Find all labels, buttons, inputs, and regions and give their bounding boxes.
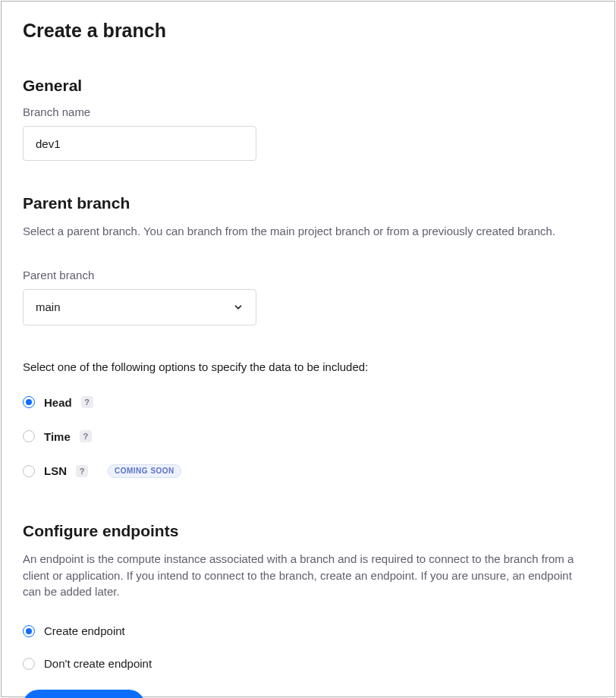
radio-input[interactable] [23, 625, 35, 637]
radio-option-lsn[interactable]: LSN ? COMING SOON [23, 464, 593, 478]
section-general: General Branch name [23, 77, 593, 161]
radio-input[interactable] [23, 430, 35, 442]
parent-branch-select[interactable]: main [23, 289, 256, 325]
endpoints-radio-group: Create endpoint Don't create endpoint [23, 624, 593, 670]
create-branch-panel: Create a branch General Branch name Pare… [1, 1, 615, 697]
radio-option-create-endpoint[interactable]: Create endpoint [23, 624, 593, 637]
page-title: Create a branch [23, 20, 593, 42]
radio-label: Create endpoint [44, 624, 125, 637]
section-parent-branch: Parent branch Select a parent branch. Yo… [23, 194, 593, 499]
radio-input[interactable] [23, 465, 35, 477]
parent-branch-selected-value: main [36, 300, 61, 313]
radio-option-head[interactable]: Head ? [23, 396, 593, 409]
radio-option-dont-create-endpoint[interactable]: Don't create endpoint [23, 657, 593, 670]
parent-branch-select-label: Parent branch [23, 269, 593, 281]
endpoints-description: An endpoint is the compute instance asso… [23, 551, 593, 600]
heading-parent-branch: Parent branch [23, 194, 593, 212]
footer: Create a branch Cancel [23, 690, 593, 698]
data-options-hint: Select one of the following options to s… [23, 360, 593, 373]
data-options-radio-group: Head ? Time ? LSN ? COMING SOON [23, 396, 593, 478]
coming-soon-badge: COMING SOON [108, 464, 181, 478]
branch-name-label: Branch name [23, 105, 593, 118]
radio-label: Time [44, 430, 71, 443]
radio-option-time[interactable]: Time ? [23, 430, 593, 443]
create-branch-button[interactable]: Create a branch [23, 690, 145, 698]
radio-label: Head [44, 396, 72, 409]
radio-input[interactable] [23, 396, 35, 408]
chevron-down-icon [233, 302, 244, 313]
heading-endpoints: Configure endpoints [23, 522, 593, 540]
help-icon[interactable]: ? [76, 465, 88, 477]
section-configure-endpoints: Configure endpoints An endpoint is the c… [23, 522, 593, 690]
radio-input[interactable] [23, 658, 35, 670]
heading-general: General [23, 77, 593, 95]
help-icon[interactable]: ? [81, 396, 93, 408]
branch-name-input[interactable] [23, 126, 256, 161]
radio-label: LSN [44, 464, 67, 477]
parent-branch-description: Select a parent branch. You can branch f… [23, 223, 593, 240]
radio-label: Don't create endpoint [44, 657, 152, 670]
help-icon[interactable]: ? [80, 430, 92, 442]
